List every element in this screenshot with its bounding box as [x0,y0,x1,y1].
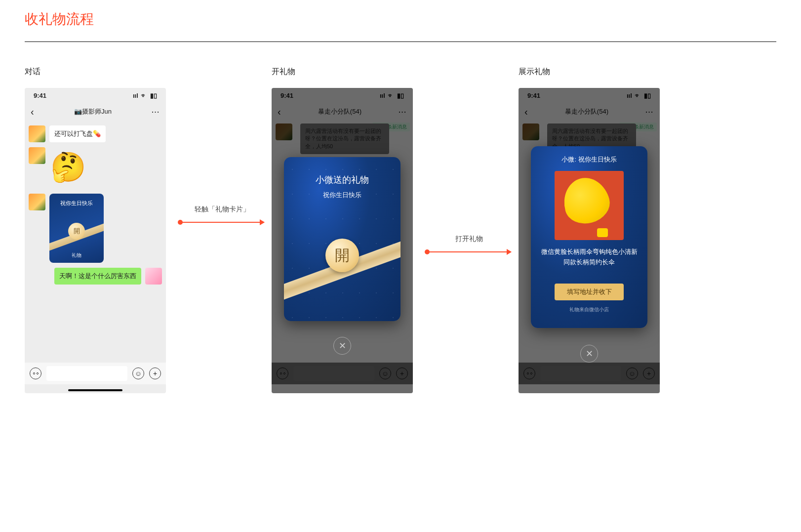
signal-icon: ııl [133,92,138,99]
flow-row: 对话 9:41 ııl ᯤ ▮▯ ‹ 📷摄影师Jun ··· 还可以打飞盘💊 🤔 [25,67,776,393]
close-icon[interactable]: ✕ [580,345,598,363]
col-label-reveal: 展示礼物 [519,67,667,77]
gift-label: 礼物 [49,252,104,259]
gift-open-modal: 小微送的礼物 祝你生日快乐 開 [284,157,400,321]
chat-bubble: 还可以打飞盘💊 [49,125,106,142]
back-icon[interactable]: ‹ [31,107,34,117]
plus-icon[interactable]: + [149,368,161,379]
nav-title: 📷摄影师Jun [74,107,112,116]
col-label-open: 开礼物 [272,67,420,77]
product-name: 微信黄脸长柄雨伞弯钩纯色小清新同款长柄简约长伞 [540,247,639,268]
umbrella-icon [555,171,624,240]
wifi-icon: ᯤ [141,92,147,99]
open-button[interactable]: 開 [325,239,359,272]
accept-button[interactable]: 填写地址并收下 [555,284,624,300]
phone-reveal: 9:41 ııl ᯤ ▮▯ ‹ 暴走小分队(54) ··· ▲ 52条新消息 周… [519,88,660,393]
gift-open-coin[interactable]: 開 [68,223,85,240]
status-bar: 9:41 ııl ᯤ ▮▯ [25,88,166,103]
arrow-label: 轻触「礼物卡片」 [195,205,250,214]
gift-modal-subtitle: 祝你生日快乐 [284,191,400,200]
close-icon[interactable]: ✕ [333,337,351,355]
arrow-label: 打开礼物 [455,235,483,244]
avatar[interactable] [145,268,162,285]
gift-modal-title: 小微送的礼物 [284,174,400,186]
divider [25,41,776,42]
msg-row: 天啊！这是个什么厉害东西 [29,268,162,285]
emoji-icon[interactable]: ☺ [132,368,144,379]
thinking-emoji-icon: 🤔 [50,149,86,185]
chat-bubble: 天啊！这是个什么厉害东西 [54,268,141,285]
gift-card[interactable]: 祝你生日快乐 開 礼物 [49,194,104,263]
reveal-header: 小微: 祝你生日快乐 [540,155,639,164]
msg-row-gift: 祝你生日快乐 開 礼物 [29,194,162,263]
page-title: 收礼物流程 [25,10,776,29]
msg-row: 🤔 [29,147,162,189]
nav-bar: ‹ 📷摄影师Jun ··· [25,103,166,121]
battery-icon: ▮▯ [150,92,157,99]
col-label-chat: 对话 [25,67,173,77]
avatar[interactable] [29,194,45,210]
phone-open: 9:41 ııl ᯤ ▮▯ ‹ 暴走小分队(54) ··· ▲ 52条新消息 周… [272,88,413,393]
product-image [555,171,624,240]
flow-arrow [180,222,264,223]
voice-icon[interactable]: ༚༚ [30,368,41,379]
gift-greeting: 祝你生日快乐 [49,200,104,207]
home-indicator [68,389,122,391]
msg-row: 还可以打飞盘💊 [29,125,162,142]
avatar[interactable] [29,125,45,142]
avatar[interactable] [29,147,45,164]
phone-chat: 9:41 ııl ᯤ ▮▯ ‹ 📷摄影师Jun ··· 还可以打飞盘💊 🤔 [25,88,166,393]
flow-arrow [427,251,511,252]
gift-reveal-modal: 小微: 祝你生日快乐 微信黄脸长柄雨伞弯钩纯色小清新同款长柄简约长伞 填写地址并… [531,146,647,328]
reveal-footer: 礼物来自微信小店 [540,306,639,313]
status-icons: ııl ᯤ ▮▯ [132,92,157,99]
status-time: 9:41 [34,92,46,99]
message-input[interactable] [46,366,127,381]
chat-input-bar: ༚༚ ☺ + [25,363,166,384]
more-icon[interactable]: ··· [152,108,160,116]
